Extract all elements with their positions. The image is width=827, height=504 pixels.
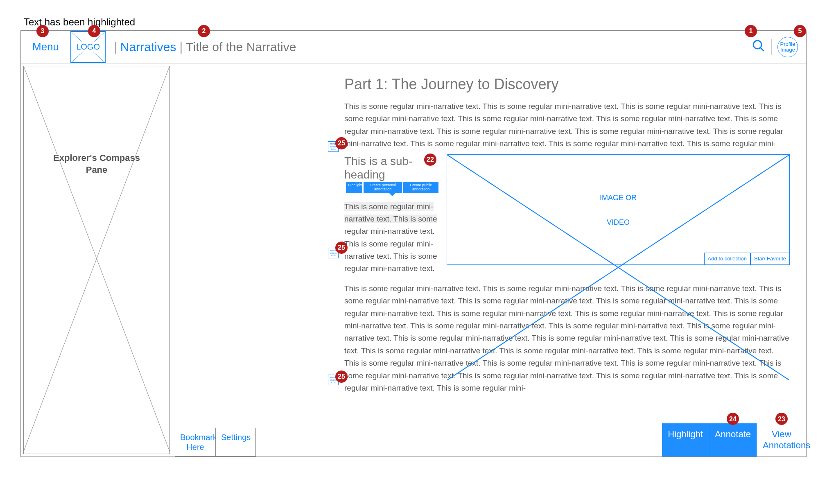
- breadcrumb: | Narratives | Title of the Narrative: [114, 40, 296, 54]
- main-wireframe: 3 4 2 1 5 Menu LOGO | Narratives | Title…: [20, 30, 807, 457]
- breadcrumb-title: Title of the Narrative: [186, 40, 296, 54]
- popover-arrow-icon: [389, 193, 395, 196]
- highlight-button[interactable]: Highlight: [662, 423, 709, 457]
- badge-3: 3: [36, 25, 49, 37]
- sidebar: Explorer's Compass Pane: [21, 63, 172, 457]
- badge-5: 5: [794, 25, 806, 37]
- bottom-right-actions: Highlight Annotate 24 View Annotations 2…: [662, 423, 806, 457]
- add-to-collection-button[interactable]: Add to collection: [704, 253, 750, 265]
- badge-25: 25: [335, 371, 348, 383]
- divider: [771, 39, 772, 55]
- settings-button[interactable]: Settings: [216, 428, 256, 457]
- badge-4: 4: [88, 25, 100, 37]
- popover-public-annotation[interactable]: Create public annotation: [403, 182, 438, 193]
- badge-1: 1: [745, 25, 757, 37]
- svg-point-2: [753, 41, 761, 49]
- view-annotations-label: View Annotations: [763, 429, 810, 450]
- media-placeholder[interactable]: IMAGE OR VIDEO Add to collection Star/ F…: [447, 154, 790, 265]
- highlight-popover: Highlight Create personal annotation Cre…: [346, 182, 438, 193]
- star-favorite-button[interactable]: Star/ Favorite: [750, 253, 790, 265]
- narrative-paragraph[interactable]: This is some regular mini-narrative text…: [344, 201, 438, 275]
- badge-23: 23: [775, 413, 788, 425]
- svg-line-3: [760, 47, 764, 51]
- topbar: Menu LOGO | Narratives | Title of the Na…: [21, 31, 806, 63]
- bottom-left-actions: Bookmark Here Settings: [175, 428, 256, 457]
- media-label: IMAGE OR: [600, 194, 637, 202]
- badge-24: 24: [727, 413, 739, 425]
- annotate-label: Annotate: [715, 429, 751, 439]
- popover-highlight[interactable]: Highlight: [346, 182, 362, 193]
- narrative-paragraph[interactable]: This is some regular mini-narrative text…: [344, 100, 790, 150]
- breadcrumb-sep: |: [114, 40, 117, 54]
- breadcrumb-sep: |: [180, 40, 183, 54]
- breadcrumb-narratives[interactable]: Narratives: [120, 40, 176, 54]
- sub-heading: This is a sub-heading: [344, 155, 413, 181]
- logo-placeholder[interactable]: LOGO: [70, 31, 106, 63]
- compass-pane[interactable]: Explorer's Compass Pane: [23, 66, 170, 454]
- annotate-button[interactable]: Annotate 24: [709, 423, 757, 457]
- logo-label: LOGO: [75, 42, 101, 52]
- part-heading: Part 1: The Journey to Discovery: [344, 76, 790, 93]
- body: Explorer's Compass Pane annot- ations ic…: [21, 63, 806, 457]
- menu-link[interactable]: Menu: [21, 41, 70, 53]
- view-annotations-button[interactable]: View Annotations 23: [757, 423, 806, 457]
- popover-personal-annotation[interactable]: Create personal annotation: [364, 182, 402, 193]
- narrative-text[interactable]: regular mini-narrative text. This is som…: [344, 227, 437, 273]
- content-area: annot- ations icon 25 annot- ations icon…: [172, 63, 806, 457]
- profile-label: Profile Image: [778, 41, 798, 52]
- profile-image[interactable]: Profile Image: [777, 37, 798, 57]
- badge-25: 25: [335, 242, 348, 254]
- page-caption: Text has been highlighted: [24, 16, 807, 28]
- badge-22: 22: [424, 154, 436, 166]
- highlighted-text[interactable]: This is some regular mini-narrative text…: [344, 202, 437, 223]
- media-label: VIDEO: [607, 218, 630, 227]
- compass-pane-label: Explorer's Compass Pane: [53, 152, 140, 176]
- badge-25: 25: [335, 137, 348, 149]
- search-icon[interactable]: [752, 39, 766, 55]
- badge-2: 2: [198, 25, 210, 37]
- bookmark-here-button[interactable]: Bookmark Here: [175, 428, 216, 457]
